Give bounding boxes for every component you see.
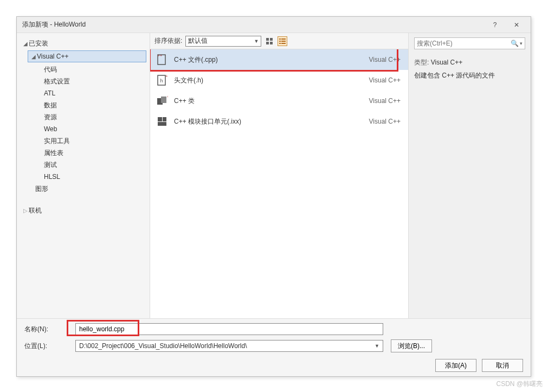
location-label: 位置(L): [24, 342, 68, 351]
svg-text:++: ++ [158, 54, 162, 57]
template-list: ++ C++ 文件(.cpp) Visual C++ h++ 头文件(.h) V… [150, 49, 408, 318]
tree-visual-cpp-label: Visual C++ [37, 53, 68, 60]
svg-text:h: h [160, 78, 163, 83]
svg-rect-4 [279, 38, 281, 40]
tree-child[interactable]: 格式设置 [42, 75, 146, 87]
template-tree: ◢ 已安装 ◢ Visual C++ 代码 格式设置 ATL 数据 资源 Web… [17, 33, 150, 318]
search-icon: 🔍 [511, 40, 519, 47]
template-toolbar: 排序依据: 默认值 ▼ [150, 33, 408, 49]
svg-rect-0 [266, 38, 269, 41]
watermark: CSDN @韩曙亮 [496, 380, 543, 389]
tree-child[interactable]: 实用工具 [42, 135, 146, 147]
tree-graphics[interactable]: 图形 [28, 183, 146, 195]
template-row-module-unit[interactable]: C++ 模块接口单元(.ixx) Visual C++ [150, 111, 408, 132]
tree-online-label: 联机 [29, 206, 42, 215]
tree-child[interactable]: 属性表 [42, 147, 146, 159]
dialog-body: ◢ 已安装 ◢ Visual C++ 代码 格式设置 ATL 数据 资源 Web… [17, 33, 531, 318]
tree-installed-label: 已安装 [29, 39, 48, 48]
chevron-down-icon: ▼ [375, 343, 379, 349]
sort-combo[interactable]: 默认值 ▼ [185, 36, 261, 47]
search-box[interactable]: 🔍 ▾ [414, 37, 525, 49]
cpp-class-icon: ++ [156, 94, 169, 107]
svg-rect-16 [161, 97, 166, 103]
svg-rect-3 [270, 42, 273, 44]
svg-rect-8 [279, 43, 281, 44]
svg-rect-6 [279, 41, 281, 42]
tree-child[interactable]: HLSL [42, 171, 146, 183]
titlebar: 添加新项 - HelloWorld ? ✕ [17, 17, 531, 33]
tree-child[interactable]: 资源 [42, 111, 146, 123]
tree-child[interactable]: Web [42, 123, 146, 135]
cpp-file-icon: ++ [156, 53, 169, 66]
location-combo[interactable]: D:\002_Project\006_Visual_Studio\HelloWo… [75, 340, 383, 352]
svg-text:++: ++ [165, 74, 168, 78]
template-row-header-file[interactable]: h++ 头文件(.h) Visual C++ [150, 70, 408, 91]
add-button[interactable]: 添加(A) [435, 359, 476, 372]
grid-icon [266, 37, 273, 45]
svg-rect-19 [163, 117, 166, 121]
svg-rect-7 [281, 41, 286, 42]
chevron-down-icon: ▼ [254, 38, 259, 44]
header-file-icon: h++ [156, 74, 169, 87]
tree-child[interactable]: 测试 [42, 159, 146, 171]
detail-description: 创建包含 C++ 源代码的文件 [414, 70, 525, 80]
template-row-cpp-class[interactable]: ++ C++ 类 Visual C++ [150, 91, 408, 111]
tree-online[interactable]: ▷ 联机 [20, 204, 146, 216]
view-grid-button[interactable] [265, 36, 274, 46]
svg-text:++: ++ [167, 95, 168, 99]
add-new-item-dialog: 添加新项 - HelloWorld ? ✕ ◢ 已安装 ◢ Visual C++… [16, 16, 531, 377]
location-value: D:\002_Project\006_Visual_Studio\HelloWo… [79, 342, 247, 350]
view-list-button[interactable] [278, 36, 287, 46]
svg-rect-5 [281, 38, 286, 40]
sort-label: 排序依据: [154, 36, 182, 46]
svg-rect-1 [270, 38, 273, 41]
tree-installed[interactable]: ◢ 已安装 [20, 37, 146, 49]
list-icon [279, 37, 286, 45]
cancel-button[interactable]: 取消 [482, 359, 523, 372]
close-button[interactable]: ✕ [506, 17, 527, 33]
template-row-cpp-file[interactable]: ++ C++ 文件(.cpp) Visual C++ [150, 49, 408, 70]
chevron-down-icon: ▾ [520, 41, 523, 46]
bottom-panel: 名称(N): 位置(L): D:\002_Project\006_Visual_… [17, 318, 531, 376]
browse-button[interactable]: 浏览(B)... [391, 339, 432, 352]
svg-rect-20 [158, 122, 166, 126]
tree-child[interactable]: ATL [42, 87, 146, 99]
tree-visual-cpp[interactable]: ◢ Visual C++ [28, 50, 146, 62]
location-row: 位置(L): D:\002_Project\006_Visual_Studio\… [24, 339, 523, 352]
dialog-buttons: 添加(A) 取消 [24, 357, 523, 372]
svg-rect-18 [158, 117, 162, 121]
module-icon [156, 115, 169, 128]
detail-type-value: Visual C++ [431, 59, 462, 66]
template-center: 排序依据: 默认值 ▼ ++ C++ 文件(.cpp) [150, 33, 409, 318]
dialog-title: 添加新项 - HelloWorld [22, 20, 484, 29]
svg-rect-2 [266, 42, 269, 44]
search-input[interactable] [417, 40, 511, 47]
detail-type-row: 类型: Visual C++ [414, 58, 525, 67]
help-button[interactable]: ? [484, 17, 506, 33]
details-pane: 🔍 ▾ 类型: Visual C++ 创建包含 C++ 源代码的文件 [409, 33, 531, 318]
name-input[interactable] [75, 323, 383, 335]
name-label: 名称(N): [24, 325, 68, 334]
tree-child[interactable]: 代码 [42, 63, 146, 75]
tree-child[interactable]: 数据 [42, 99, 146, 111]
svg-rect-9 [281, 43, 286, 44]
name-row: 名称(N): [24, 323, 523, 335]
